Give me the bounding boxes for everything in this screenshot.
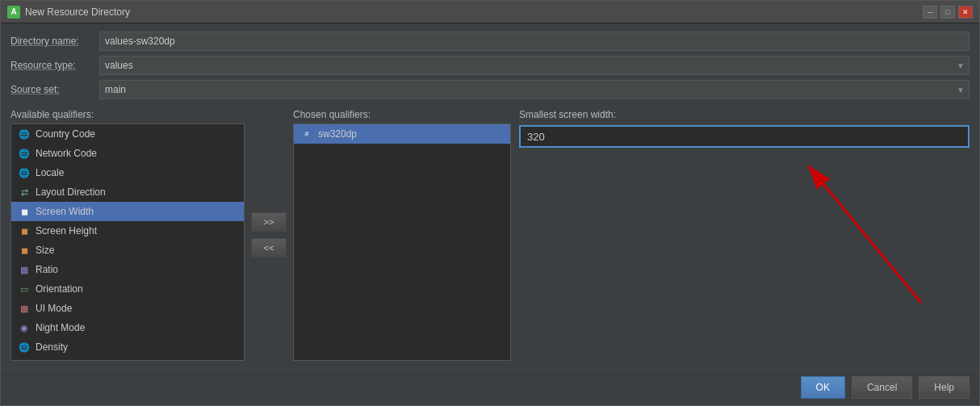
dialog-window: A New Resource Directory ─ □ ✕ Directory… [0,0,980,406]
detail-label: Smallest screen width: [519,109,970,120]
qualifier-density-label: Density [36,341,68,353]
arrow-buttons-panel: >> << [245,109,293,361]
dialog-footer: OK Cancel Help [1,369,979,405]
screen-height-icon: ◼ [18,224,31,237]
directory-name-input-wrap [99,31,970,51]
locale-icon: 🌐 [18,166,31,179]
touch-screen-icon: 🖐 [18,360,31,361]
resource-type-dropdown[interactable]: values [99,56,970,75]
qualifier-network-code-label: Network Code [36,148,97,159]
resource-type-row: Resource type: values ▼ [10,56,970,75]
source-set-label: Source set: [10,84,99,95]
qualifier-country-code-label: Country Code [36,128,95,140]
directory-name-row: Directory name: [10,31,970,51]
qualifier-night-mode-label: Night Mode [36,322,85,333]
chosen-qualifiers-section: Chosen qualifiers: # sw320dp [293,109,511,361]
country-code-icon: 🌐 [18,128,31,140]
qualifier-night-mode[interactable]: ◉ Night Mode [11,318,244,337]
qualifier-network-code[interactable]: 🌐 Network Code [11,144,244,163]
ratio-icon: ▦ [18,263,31,276]
qualifier-locale-label: Locale [36,167,64,178]
qualifier-ui-mode-label: UI Mode [36,303,72,314]
screen-width-icon: ◼ [18,205,31,218]
window-controls: ─ □ ✕ [923,6,973,19]
chosen-item-icon: # [300,128,313,140]
layout-direction-icon: ⇄ [18,186,31,199]
qualifier-screen-height[interactable]: ◼ Screen Height [11,221,244,241]
main-section: Available qualifiers: 🌐 Country Code 🌐 N… [10,109,970,361]
red-arrow-svg [800,141,961,303]
help-button[interactable]: Help [919,376,970,399]
qualifier-screen-width-label: Screen Width [36,206,94,217]
qualifier-orientation-label: Orientation [36,283,83,295]
remove-qualifier-button[interactable]: << [251,238,287,257]
qualifier-size[interactable]: ◼ Size [11,241,244,260]
qualifier-ratio-label: Ratio [36,264,58,275]
close-button[interactable]: ✕ [958,6,973,19]
orientation-icon: ▭ [18,283,31,295]
ui-mode-icon: ▦ [18,302,31,315]
chosen-qualifiers-label: Chosen qualifiers: [293,109,511,120]
chosen-item-label: sw320dp [318,128,357,140]
source-set-dropdown-wrap: main ▼ [99,80,970,99]
minimize-button[interactable]: ─ [923,6,937,19]
night-mode-icon: ◉ [18,321,31,334]
resource-type-dropdown-wrap: values ▼ [99,56,970,75]
available-qualifiers-label: Available qualifiers: [10,109,245,120]
available-qualifiers-list[interactable]: 🌐 Country Code 🌐 Network Code 🌐 Locale ⇄… [10,123,245,361]
title-bar: A New Resource Directory ─ □ ✕ [1,1,979,23]
detail-input[interactable] [519,125,970,148]
app-icon: A [7,6,20,19]
qualifier-layout-direction[interactable]: ⇄ Layout Direction [11,182,244,202]
dialog-content: Directory name: Resource type: values ▼ … [1,23,979,369]
qualifier-ui-mode[interactable]: ▦ UI Mode [11,299,244,318]
qualifier-orientation[interactable]: ▭ Orientation [11,279,244,299]
add-qualifier-button[interactable]: >> [251,212,287,232]
svg-line-1 [808,165,921,303]
qualifier-country-code[interactable]: 🌐 Country Code [11,124,244,144]
qualifier-density[interactable]: 🌐 Density [11,337,244,357]
directory-name-label: Directory name: [10,36,99,47]
ok-button[interactable]: OK [801,376,845,399]
qualifier-locale[interactable]: 🌐 Locale [11,163,244,182]
dialog-title: New Resource Directory [25,6,923,18]
qualifier-touch-screen[interactable]: 🖐 Touch Screen [11,357,244,361]
qualifier-ratio[interactable]: ▦ Ratio [11,260,244,279]
annotation-container: 填入数据即可 [800,141,961,305]
qualifier-size-label: Size [36,245,54,256]
available-qualifiers-section: Available qualifiers: 🌐 Country Code 🌐 N… [10,109,245,361]
qualifier-screen-height-label: Screen Height [36,225,97,236]
size-icon: ◼ [18,244,31,257]
directory-name-input[interactable] [99,31,970,51]
density-icon: 🌐 [18,341,31,354]
cancel-button[interactable]: Cancel [852,376,912,399]
qualifier-layout-direction-label: Layout Direction [36,186,106,198]
qualifier-screen-width[interactable]: ◼ Screen Width [11,202,244,221]
network-code-icon: 🌐 [18,147,31,160]
source-set-row: Source set: main ▼ [10,80,970,99]
source-set-dropdown[interactable]: main [99,80,970,99]
chosen-qualifiers-list[interactable]: # sw320dp [293,123,511,361]
detail-section: Smallest screen width: 填入数据即可 [511,109,970,361]
resource-type-label: Resource type: [10,60,99,71]
maximize-button[interactable]: □ [940,6,955,19]
chosen-item-sw320dp[interactable]: # sw320dp [294,124,510,144]
